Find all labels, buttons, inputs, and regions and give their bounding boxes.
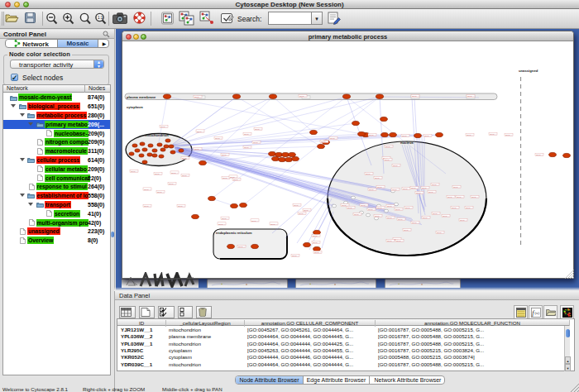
svg-text:Gene-A: Gene-A <box>375 215 382 218</box>
svg-text:Gene-A: Gene-A <box>467 95 475 98</box>
svg-text:Gene-A: Gene-A <box>392 189 400 191</box>
svg-text:endoplasmic reticulum: endoplasmic reticulum <box>216 231 252 235</box>
svg-text:Gene-A: Gene-A <box>443 215 450 218</box>
svg-text:Gene-A: Gene-A <box>403 188 410 190</box>
svg-text:Gene-A: Gene-A <box>313 235 320 237</box>
svg-text:Gene-A: Gene-A <box>452 207 459 209</box>
svg-text:Gene-A: Gene-A <box>385 159 392 161</box>
svg-text:Gene-A: Gene-A <box>223 177 230 179</box>
svg-text:Gene-A: Gene-A <box>411 187 419 189</box>
svg-text:Gene-A: Gene-A <box>447 196 455 198</box>
svg-text:Gene-A: Gene-A <box>377 207 385 209</box>
svg-text:Gene-A: Gene-A <box>347 207 355 209</box>
svg-text:plasma membrane: plasma membrane <box>127 95 156 99</box>
svg-text:Gene-A: Gene-A <box>222 154 229 156</box>
svg-text:Gene-A: Gene-A <box>299 213 306 215</box>
svg-text:Gene-A: Gene-A <box>396 240 404 242</box>
svg-text:Gene-A: Gene-A <box>178 205 185 208</box>
svg-text:Gene-A: Gene-A <box>255 128 262 131</box>
svg-text:Gene-A: Gene-A <box>395 208 403 211</box>
svg-text:Gene-A: Gene-A <box>253 141 261 144</box>
svg-text:Gene-A: Gene-A <box>270 223 278 226</box>
svg-text:Gene-A: Gene-A <box>169 183 176 185</box>
svg-text:Gene-A: Gene-A <box>299 95 307 98</box>
svg-text:Gene-A: Gene-A <box>412 95 419 98</box>
svg-text:Gene-A: Gene-A <box>330 137 337 140</box>
svg-text:Gene-A: Gene-A <box>144 205 151 208</box>
svg-text:Gene-A: Gene-A <box>304 209 311 212</box>
svg-text:Gene-A: Gene-A <box>313 241 320 244</box>
svg-text:Gene-A: Gene-A <box>182 174 189 177</box>
svg-text:Gene-A: Gene-A <box>218 223 226 226</box>
svg-text:nucleus: nucleus <box>400 141 414 145</box>
svg-text:Gene-A: Gene-A <box>387 240 395 242</box>
svg-text:Gene-A: Gene-A <box>194 148 202 151</box>
svg-text:Gene-A: Gene-A <box>233 179 241 181</box>
svg-text:Gene-A: Gene-A <box>155 173 162 175</box>
svg-text:Gene-A: Gene-A <box>387 217 395 219</box>
svg-text:Gene-A: Gene-A <box>251 220 259 222</box>
svg-text:Gene-A: Gene-A <box>222 218 229 220</box>
svg-text:Gene-A: Gene-A <box>398 218 405 221</box>
svg-text:Gene-A: Gene-A <box>157 191 165 194</box>
svg-text:Gene-A: Gene-A <box>404 229 411 232</box>
svg-text:Gene-A: Gene-A <box>393 165 400 167</box>
svg-text:Gene-A: Gene-A <box>490 133 497 136</box>
svg-text:cytoplasm: cytoplasm <box>127 105 143 109</box>
svg-text:Gene-A: Gene-A <box>536 154 543 156</box>
svg-text:Gene-A: Gene-A <box>131 170 138 173</box>
svg-text:Gene-A: Gene-A <box>160 126 168 128</box>
svg-text:Gene-A: Gene-A <box>432 184 439 186</box>
svg-text:Gene-A: Gene-A <box>369 189 376 191</box>
svg-text:Gene-A: Gene-A <box>424 135 432 137</box>
svg-text:unassigned: unassigned <box>519 69 538 73</box>
svg-text:Gene-A: Gene-A <box>437 232 444 234</box>
svg-text:Gene-A: Gene-A <box>342 204 349 207</box>
svg-text:Gene-A: Gene-A <box>405 207 413 209</box>
svg-text:mitochondrion: mitochondrion <box>145 133 169 137</box>
svg-text:1:1: 1:1 <box>98 16 103 20</box>
svg-text:Gene-A: Gene-A <box>244 133 251 136</box>
svg-text:Gene-A: Gene-A <box>197 131 204 133</box>
svg-text:Gene-A: Gene-A <box>321 141 328 143</box>
svg-text:Gene-A: Gene-A <box>194 96 202 98</box>
svg-text:Gene-A: Gene-A <box>416 192 423 194</box>
svg-text:(x): (x) <box>534 311 539 315</box>
svg-text:Gene-A: Gene-A <box>433 213 440 215</box>
svg-text:Gene-A: Gene-A <box>422 187 429 189</box>
svg-text:Gene-A: Gene-A <box>368 208 376 211</box>
svg-text:Gene-A: Gene-A <box>292 255 299 257</box>
svg-text:Gene-A: Gene-A <box>375 177 382 179</box>
svg-text:Gene-A: Gene-A <box>412 222 419 224</box>
svg-text:Gene-A: Gene-A <box>385 146 393 148</box>
svg-text:Gene-A: Gene-A <box>428 191 436 194</box>
svg-text:Gene-A: Gene-A <box>466 207 473 209</box>
svg-text:Gene-A: Gene-A <box>354 213 361 216</box>
svg-text:Gene-A: Gene-A <box>171 172 179 174</box>
svg-text:Gene-A: Gene-A <box>182 157 189 160</box>
svg-text:Gene-A: Gene-A <box>457 196 464 198</box>
svg-text:Gene-A: Gene-A <box>244 146 251 149</box>
svg-text:Gene-A: Gene-A <box>238 246 246 248</box>
svg-text:Gene-A: Gene-A <box>423 217 430 219</box>
svg-text:Gene-A: Gene-A <box>144 189 151 191</box>
svg-text:Gene-A: Gene-A <box>314 251 322 254</box>
svg-text:Gene-A: Gene-A <box>467 134 474 136</box>
svg-text:Gene-A: Gene-A <box>366 173 373 175</box>
svg-text:Gene-A: Gene-A <box>505 134 513 136</box>
svg-text:Gene-A: Gene-A <box>402 135 409 137</box>
svg-text:Gene-A: Gene-A <box>361 204 368 207</box>
svg-text:Gene-A: Gene-A <box>460 219 467 222</box>
svg-text:Gene-A: Gene-A <box>471 196 479 198</box>
svg-text:Gene-A: Gene-A <box>453 186 461 189</box>
svg-text:Gene-A: Gene-A <box>215 137 223 140</box>
svg-text:Gene-A: Gene-A <box>377 186 385 189</box>
svg-text:Gene-A: Gene-A <box>387 205 395 208</box>
svg-text:Gene-A: Gene-A <box>294 204 301 207</box>
svg-text:Gene-A: Gene-A <box>369 134 376 136</box>
